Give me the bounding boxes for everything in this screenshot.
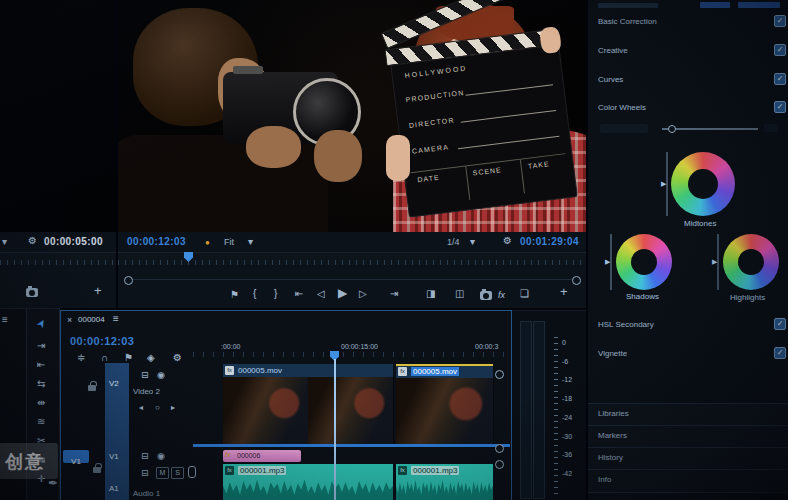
snap-icon[interactable]: ∩ (101, 353, 108, 363)
v2-lock-icon[interactable] (88, 385, 96, 391)
keyframe-add-icon[interactable]: ○ (155, 403, 160, 413)
proxy-toggle-button[interactable]: ❏ (520, 289, 529, 299)
graphic-clip[interactable]: fx 000006 (223, 450, 301, 462)
v2-track-label[interactable]: V2 (109, 379, 119, 388)
selection-tool[interactable]: ➤ (34, 316, 50, 330)
panel-menu-icon[interactable]: ≡ (2, 315, 8, 325)
timeline-timecode[interactable]: 00:00:12:03 (70, 335, 134, 347)
source-settings-wrench-icon[interactable]: ⚙ (28, 236, 37, 246)
shadows-color-wheel[interactable] (616, 234, 672, 290)
export-frame-button[interactable] (480, 291, 492, 300)
timeline-tab-close-icon[interactable]: × (67, 315, 72, 325)
clip-edge-handle[interactable] (495, 460, 504, 469)
curves-checkbox[interactable]: ✓ (774, 73, 786, 85)
keyframe-next-icon[interactable]: ▸ (171, 403, 175, 413)
step-forward-button[interactable]: ▷ (359, 289, 367, 299)
section-creative[interactable]: Creative (598, 46, 628, 55)
program-add-button[interactable]: + (560, 287, 568, 297)
vignette-checkbox[interactable]: ✓ (774, 347, 786, 359)
keyframe-prev-icon[interactable]: ◂ (139, 403, 143, 413)
highlights-color-wheel[interactable] (723, 234, 779, 290)
timeline-display-grid-icon[interactable]: ◈ (147, 353, 155, 363)
pen-tool[interactable]: ✒ (48, 478, 58, 488)
timeline-add-marker-icon[interactable]: ⚑ (124, 353, 133, 363)
audio-clip-1[interactable]: fx 000001.mp3 (223, 464, 393, 500)
creative-checkbox[interactable]: ✓ (774, 44, 786, 56)
a1-solo-button[interactable]: S (171, 467, 184, 479)
a1-mute-button[interactable]: M (156, 467, 169, 479)
comparison-view-button[interactable]: ◫ (455, 289, 464, 299)
v2-track-name[interactable]: Video 2 (133, 387, 160, 396)
rolling-edit-tool[interactable]: ⇆ (37, 379, 45, 389)
wheels-fader-track[interactable] (662, 128, 758, 130)
track-select-forward-tool[interactable]: ⇥ (37, 341, 45, 351)
section-curves[interactable]: Curves (598, 75, 623, 84)
playback-resolution-select[interactable]: 1/4 (447, 237, 460, 247)
step-back-button[interactable]: ◁ (317, 289, 325, 299)
program-timecode[interactable]: 00:00:12:03 (127, 236, 186, 247)
ripple-edit-tool[interactable]: ⇤ (37, 360, 45, 370)
highlights-fader-handle[interactable]: ▶ (712, 258, 717, 265)
v2-track-output-eye-icon[interactable]: ◉ (157, 370, 165, 380)
shadows-fader-handle[interactable]: ▶ (605, 258, 610, 265)
add-marker-button[interactable]: ⚑ (230, 290, 239, 300)
program-settings-wrench-icon[interactable]: ⚙ (503, 236, 512, 246)
zoom-level-caret-icon[interactable]: ▾ (248, 237, 253, 247)
video-clip-1[interactable]: fx 000005.mov (223, 364, 393, 446)
v1-sync-lock-icon[interactable]: ⊟ (141, 451, 149, 461)
timeline-ruler[interactable]: :00:00 00:00:15:00 00:00:3 (193, 339, 510, 357)
wheels-fader-handle[interactable] (668, 125, 676, 133)
midtones-color-wheel[interactable] (671, 152, 735, 216)
go-to-out-button[interactable]: ⇥ (390, 289, 398, 299)
tab-info[interactable]: Info (588, 469, 788, 493)
v1-lock-icon[interactable] (93, 467, 101, 473)
section-vignette[interactable]: Vignette (598, 349, 627, 358)
wheels-fader-value[interactable] (764, 124, 778, 132)
a1-track-name[interactable]: Audio 1 (133, 489, 160, 498)
hsl-secondary-checkbox[interactable]: ✓ (774, 318, 786, 330)
a1-sync-lock-icon[interactable]: ⊟ (141, 468, 149, 478)
a1-track-label[interactable]: A1 (109, 484, 119, 493)
zoom-level-select[interactable]: Fit (224, 237, 234, 247)
program-duration[interactable]: 00:01:29:04 (520, 236, 579, 247)
v1-source-patch[interactable]: V1 (63, 450, 89, 463)
remix-tool[interactable]: ≋ (37, 417, 45, 427)
insert-button[interactable]: ◨ (426, 289, 435, 299)
section-hsl-secondary[interactable]: HSL Secondary (598, 320, 654, 329)
midtones-fader-handle[interactable]: ▶ (661, 180, 666, 187)
zoom-handle-left[interactable] (124, 276, 133, 285)
clip-edge-handle[interactable] (495, 444, 504, 453)
v1-track-label[interactable]: V1 (109, 452, 119, 461)
timeline-tab[interactable]: 000004 (78, 315, 105, 324)
source-add-button[interactable]: + (94, 286, 102, 296)
mark-out-button[interactable]: } (274, 289, 277, 299)
section-basic-correction[interactable]: Basic Correction (598, 17, 657, 26)
v1-track-output-eye-icon[interactable]: ◉ (157, 451, 165, 461)
clip-edge-handle[interactable] (495, 370, 504, 379)
tab-libraries[interactable]: Libraries (588, 403, 788, 426)
section-color-wheels[interactable]: Color Wheels (598, 103, 646, 112)
tab-history[interactable]: History (588, 447, 788, 470)
v2-sync-lock-icon[interactable]: ⊟ (141, 370, 149, 380)
color-wheels-checkbox[interactable]: ✓ (774, 101, 786, 113)
source-scrub-bar[interactable] (0, 252, 116, 265)
program-zoom-track[interactable] (124, 279, 580, 280)
play-button[interactable]: ▶ (338, 288, 347, 298)
zoom-handle-right[interactable] (572, 276, 581, 285)
rate-stretch-tool[interactable]: ⇹ (37, 398, 45, 408)
source-export-frame-icon[interactable] (26, 288, 38, 297)
resolution-caret-icon[interactable]: ▾ (470, 237, 475, 247)
audio-clip-2[interactable]: fx 000001.mp3 (396, 464, 493, 500)
timeline-settings-wrench-icon[interactable]: ⚙ (173, 353, 182, 363)
tab-markers[interactable]: Markers (588, 425, 788, 448)
mark-in-button[interactable]: { (253, 289, 256, 299)
basic-correction-checkbox[interactable]: ✓ (774, 15, 786, 27)
source-timecode[interactable]: 00:00:05:00 (44, 236, 103, 247)
timeline-tab-menu-icon[interactable]: ≡ (113, 314, 119, 324)
video-clip-2[interactable]: fx 000005.mov (396, 364, 493, 448)
fx-badge-button[interactable]: fx (498, 290, 505, 300)
nest-toggle-icon[interactable]: ≑ (77, 353, 85, 363)
source-settings-caret-icon[interactable]: ▾ (2, 237, 7, 247)
a1-voiceover-mic-icon[interactable] (188, 466, 196, 478)
go-to-in-button[interactable]: ⇤ (295, 289, 303, 299)
